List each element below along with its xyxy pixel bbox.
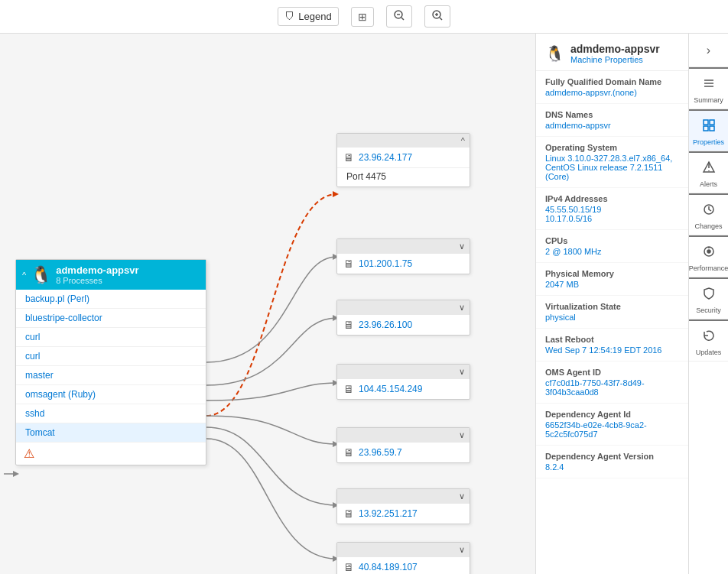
changes-label: Changes: [694, 222, 722, 230]
remote-node-4: ∨ 🖥 104.45.154.249: [336, 364, 470, 400]
properties-icon: [702, 118, 716, 136]
sidebar-item-security[interactable]: Security: [689, 277, 728, 319]
remote-node-5-header[interactable]: ∨: [337, 428, 470, 443]
property-cpus-value: 2 @ 1800 MHz: [545, 247, 679, 256]
property-os: Operating System Linux 3.10.0-327.28.3.e…: [536, 137, 688, 188]
property-oms-label: OMS Agent ID: [545, 368, 679, 377]
property-fqdn-value: admdemo-appsvr.(none): [545, 88, 679, 97]
svg-rect-22: [710, 126, 714, 131]
property-reboot: Last Reboot Wed Sep 7 12:54:19 EDT 2016: [536, 329, 688, 362]
process-row[interactable]: backup.pl (Perl): [16, 290, 206, 309]
remote-node-6-header[interactable]: ∨: [337, 489, 470, 504]
monitor-icon-4: 🖥: [343, 383, 354, 395]
property-dep-ver-label: Dependency Agent Version: [545, 452, 679, 461]
property-dep-ver-value: 8.2.4: [545, 462, 679, 472]
machine-card: ^ 🐧 admdemo-appsvr 8 Processes backup.pl…: [15, 259, 206, 465]
remote-node-2: ∨ 🖥 101.200.1.75: [336, 238, 470, 274]
remote-node-7: ∨ 🖥 40.84.189.107: [336, 542, 470, 574]
property-os-label: Operating System: [545, 143, 679, 152]
svg-line-6: [440, 18, 442, 20]
property-os-value: Linux 3.10.0-327.28.3.el7.x86_64, CentOS…: [545, 154, 679, 181]
svg-rect-21: [704, 126, 708, 131]
property-oms-value: cf7c0d1b-7750-43f7-8d49-3f04b3caa0d8: [545, 378, 679, 397]
panel-subtitle: Machine Properties: [570, 55, 660, 64]
svg-line-2: [401, 18, 404, 20]
sidebar-item-changes[interactable]: Changes: [689, 193, 728, 235]
port-label: Port 4475: [337, 167, 470, 186]
property-memory-label: Physical Memory: [545, 269, 679, 278]
remote-node-3: ∨ 🖥 23.96.26.100: [336, 300, 470, 336]
remote-node-3-body: 🖥 23.96.26.100: [337, 315, 470, 335]
updates-icon: [702, 329, 716, 346]
zoom-out-button[interactable]: [386, 5, 412, 28]
remote-node-4-body: 🖥 104.45.154.249: [337, 379, 470, 399]
property-ipv4-label: IPv4 Addresses: [545, 194, 679, 203]
properties-label: Properties: [693, 138, 724, 146]
remote-node-1-header[interactable]: ^: [337, 134, 470, 148]
collapse-icon: ^: [461, 136, 465, 145]
process-row-tomcat[interactable]: Tomcat: [16, 423, 206, 442]
monitor-icon-7: 🖥: [343, 561, 354, 573]
sidebar-item-updates[interactable]: Updates: [689, 319, 728, 362]
fit-zoom-button[interactable]: ⊞: [351, 7, 374, 27]
remote-node-4-header[interactable]: ∨: [337, 365, 470, 379]
property-cpus-label: CPUs: [545, 236, 679, 245]
property-virt: Virtualization State physical: [536, 296, 688, 329]
sidebar-expand-button[interactable]: ›: [689, 34, 728, 67]
svg-marker-15: [13, 471, 19, 477]
toolbar: ⛉ Legend ⊞: [0, 0, 728, 34]
legend-icon: ⛉: [284, 11, 294, 22]
collapse-icon-2: ∨: [459, 242, 465, 251]
remote-node-7-header[interactable]: ∨: [337, 543, 470, 557]
changes-icon: [702, 203, 716, 220]
property-dep-id-value: 6652f34b-e02e-4cb8-9ca2-5c2c5fc075d7: [545, 420, 679, 439]
right-sidebar: › Summary Properties: [688, 34, 728, 574]
canvas: ^ 🐧 admdemo-appsvr 8 Processes backup.pl…: [0, 34, 535, 574]
process-name: backup.pl (Perl): [25, 293, 89, 304]
panel-header-icon: 🐧: [545, 44, 564, 63]
panel-title: admdemo-appsvr: [570, 43, 660, 55]
sidebar-item-performance[interactable]: Performance: [689, 235, 728, 277]
properties-panel: 🐧 admdemo-appsvr Machine Properties Full…: [535, 34, 688, 574]
monitor-icon-5: 🖥: [343, 446, 354, 459]
process-row[interactable]: curl: [16, 347, 206, 366]
monitor-icon: 🖥: [343, 151, 354, 164]
performance-icon: [702, 245, 716, 262]
sidebar-item-properties[interactable]: Properties: [689, 109, 728, 151]
collapse-button[interactable]: ^: [22, 271, 26, 280]
remote-node-3-header[interactable]: ∨: [337, 300, 470, 315]
collapse-icon-5: ∨: [459, 430, 465, 440]
sidebar-item-alerts[interactable]: Alerts: [689, 151, 728, 193]
legend-button[interactable]: ⛉ Legend: [278, 7, 338, 26]
performance-label: Performance: [689, 264, 728, 272]
property-oms: OMS Agent ID cf7c0d1b-7750-43f7-8d49-3f0…: [536, 362, 688, 404]
alerts-icon: [702, 161, 716, 178]
process-name: curl: [25, 332, 40, 342]
property-ipv4: IPv4 Addresses 45.55.50.15/1910.17.0.5/1…: [536, 188, 688, 230]
process-row[interactable]: curl: [16, 328, 206, 347]
property-dns-label: DNS Names: [545, 110, 679, 119]
monitor-icon-6: 🖥: [343, 508, 354, 520]
property-virt-label: Virtualization State: [545, 302, 679, 311]
remote-node-2-header[interactable]: ∨: [337, 239, 470, 254]
alerts-label: Alerts: [700, 180, 717, 188]
security-icon: [702, 287, 716, 304]
process-row[interactable]: master: [16, 366, 206, 385]
property-virt-value: physical: [545, 313, 679, 322]
remote-node-1-ip: 23.96.24.177: [359, 152, 412, 163]
process-row[interactable]: omsagent (Ruby): [16, 385, 206, 404]
process-name: sshd: [25, 408, 44, 419]
machine-card-header[interactable]: ^ 🐧 admdemo-appsvr 8 Processes: [16, 260, 206, 290]
property-ipv4-value: 45.55.50.15/1910.17.0.5/16: [545, 205, 679, 223]
zoom-in-button[interactable]: [424, 5, 450, 28]
sidebar-item-summary[interactable]: Summary: [689, 67, 728, 109]
property-dep-ver: Dependency Agent Version 8.2.4: [536, 446, 688, 478]
machine-card-body: backup.pl (Perl) bluestripe-collector cu…: [16, 290, 206, 442]
property-memory: Physical Memory 2047 MB: [536, 263, 688, 296]
process-name: Tomcat: [25, 427, 55, 438]
remote-node-5: ∨ 🖥 23.96.59.7: [336, 427, 470, 463]
process-row[interactable]: sshd: [16, 404, 206, 423]
process-row[interactable]: bluestripe-collector: [16, 309, 206, 328]
svg-rect-19: [704, 120, 708, 125]
machine-card-subtitle: 8 Processes: [56, 276, 138, 285]
